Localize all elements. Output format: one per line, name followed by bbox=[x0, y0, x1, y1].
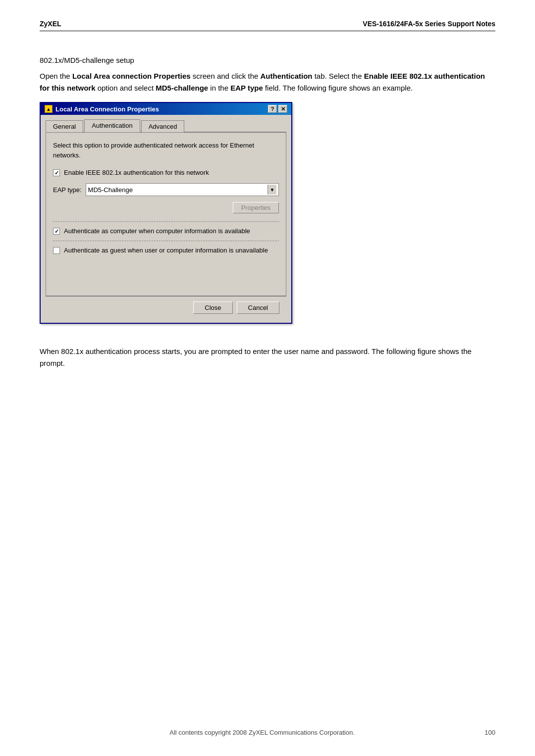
footer-copyright: All contents copyright 2008 ZyXEL Commun… bbox=[40, 729, 484, 736]
intro-bold-1: Local Area connection Properties bbox=[72, 72, 191, 80]
eap-row: EAP type: MD5-Challenge ▼ bbox=[53, 183, 279, 196]
eap-dropdown[interactable]: MD5-Challenge ▼ bbox=[86, 183, 279, 196]
tab-authentication[interactable]: Authentication bbox=[84, 119, 140, 132]
dialog-title: Local Area Connection Properties bbox=[55, 105, 159, 113]
intro-bold-4: MD5-challenge bbox=[156, 84, 208, 92]
eap-dropdown-arrow: ▼ bbox=[268, 185, 276, 195]
tab-advanced[interactable]: Advanced bbox=[141, 120, 185, 132]
enable-checkbox[interactable] bbox=[53, 169, 60, 176]
bottom-text: When 802.1x authentication process start… bbox=[40, 346, 495, 369]
separator-1 bbox=[53, 221, 279, 222]
eap-label: EAP type: bbox=[53, 186, 82, 194]
description-text: Select this option to provide authentica… bbox=[53, 141, 279, 160]
cancel-button[interactable]: Cancel bbox=[237, 302, 279, 314]
intro-paragraph: Open the Local Area connection Propertie… bbox=[40, 70, 495, 94]
help-button[interactable]: ? bbox=[268, 105, 277, 113]
dialog-window: ▲ Local Area Connection Properties ? ✕ G… bbox=[40, 102, 292, 324]
header-title: VES-1616/24FA-5x Series Support Notes bbox=[363, 20, 495, 28]
page-header: ZyXEL VES-1616/24FA-5x Series Support No… bbox=[40, 20, 495, 31]
intro-bold-2: Authentication bbox=[260, 72, 312, 80]
properties-row: Properties bbox=[53, 202, 279, 213]
separator-2 bbox=[53, 241, 279, 241]
authenticate-computer-row: Authenticate as computer when computer i… bbox=[53, 227, 279, 236]
eap-value: MD5-Challenge bbox=[88, 186, 268, 194]
tab-general[interactable]: General bbox=[46, 120, 83, 132]
authenticate-computer-checkbox[interactable] bbox=[53, 228, 60, 235]
authenticate-computer-label: Authenticate as computer when computer i… bbox=[64, 227, 250, 236]
close-button-x[interactable]: ✕ bbox=[278, 105, 287, 113]
enable-checkbox-row: Enable IEEE 802.1x authentication for th… bbox=[53, 169, 279, 176]
dialog-footer: Close Cancel bbox=[46, 296, 286, 319]
section-title: 802.1x/MD5-challenge setup bbox=[40, 56, 495, 64]
dialog-content: General Authentication Advanced Select t… bbox=[41, 115, 291, 323]
titlebar-buttons: ? ✕ bbox=[268, 105, 287, 113]
authenticate-guest-label: Authenticate as guest when user or compu… bbox=[64, 246, 268, 255]
tab-bar: General Authentication Advanced bbox=[46, 119, 286, 133]
intro-bold-5: EAP type bbox=[230, 84, 263, 92]
content-section: 802.1x/MD5-challenge setup Open the Loca… bbox=[40, 56, 495, 369]
tab-content-authentication: Select this option to provide authentica… bbox=[46, 133, 286, 296]
authenticate-guest-row: Authenticate as guest when user or compu… bbox=[53, 246, 279, 255]
close-button[interactable]: Close bbox=[193, 302, 232, 314]
dialog-titlebar: ▲ Local Area Connection Properties ? ✕ bbox=[41, 103, 291, 115]
dialog-icon: ▲ bbox=[45, 105, 53, 113]
titlebar-left: ▲ Local Area Connection Properties bbox=[45, 105, 159, 113]
header-brand: ZyXEL bbox=[40, 20, 61, 28]
footer-page-number: 100 bbox=[484, 729, 495, 736]
enable-checkbox-label: Enable IEEE 802.1x authentication for th… bbox=[64, 169, 209, 176]
page-footer: All contents copyright 2008 ZyXEL Commun… bbox=[40, 729, 495, 736]
properties-button[interactable]: Properties bbox=[233, 202, 279, 213]
authenticate-guest-checkbox[interactable] bbox=[53, 247, 60, 254]
